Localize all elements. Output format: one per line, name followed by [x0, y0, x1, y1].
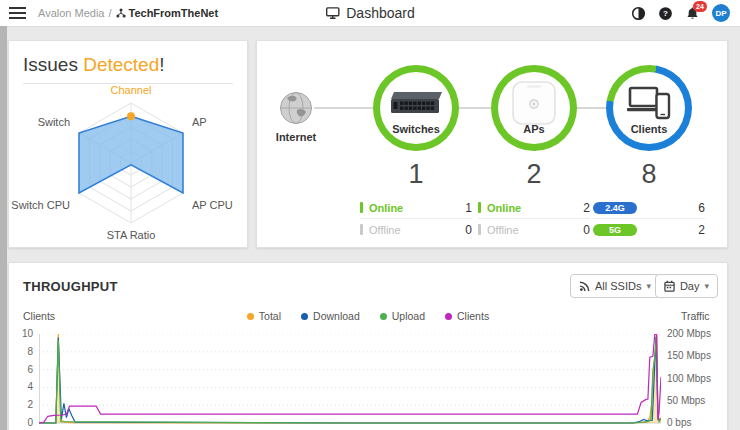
globe-icon: [278, 90, 314, 126]
legend-dot: [445, 313, 452, 320]
chevron-down-icon: ▾: [646, 281, 651, 291]
time-range-dropdown[interactable]: Day ▾: [655, 274, 718, 298]
legend-dot: [247, 313, 254, 320]
aps-ring[interactable]: APs: [491, 65, 577, 151]
left-axis-ticks: 0246810: [9, 334, 33, 426]
legend-item-upload[interactable]: Upload: [380, 310, 425, 322]
aps-stats: Online2 Offline0: [478, 197, 590, 240]
clients-ring-donut[interactable]: Clients: [606, 65, 692, 151]
clients-5g-value: 2: [698, 223, 705, 237]
notification-badge: 24: [693, 1, 707, 12]
breadcrumb-separator: /: [108, 7, 111, 19]
internet-label: Internet: [255, 131, 337, 143]
clients-label: Clients: [613, 123, 685, 135]
org-tree-icon: [116, 8, 126, 18]
help-icon[interactable]: ?: [658, 6, 673, 21]
svg-text:AP CPU: AP CPU: [192, 199, 233, 211]
svg-text:Channel: Channel: [111, 84, 152, 96]
clients-24g-row[interactable]: 2.4G6: [593, 197, 705, 219]
switches-online-value: 1: [465, 201, 472, 215]
page-title: Dashboard: [346, 5, 415, 21]
clients-count: 8: [589, 159, 709, 190]
issues-title-highlight: Detected: [83, 54, 159, 75]
svg-text:STA Ratio: STA Ratio: [107, 229, 156, 241]
right-tick-label: 0 bps: [667, 417, 727, 429]
switches-online-row[interactable]: Online1: [360, 197, 472, 219]
breadcrumb: Avalon Media / TechFromTheNet: [38, 7, 218, 19]
left-tick-label: 0: [9, 417, 33, 429]
svg-text:?: ?: [663, 9, 668, 18]
legend-label: Clients: [457, 310, 489, 322]
legend-item-total[interactable]: Total: [247, 310, 281, 322]
ssid-filter-dropdown[interactable]: All SSIDs ▾: [570, 274, 660, 298]
ssid-filter-label: All SSIDs: [595, 280, 641, 292]
switches-offline-row[interactable]: Offline0: [360, 219, 472, 240]
issues-card: Issues Detected! ChannelAPAP CPUSTA Rati…: [8, 40, 248, 248]
legend-dot: [301, 313, 308, 320]
network-status-card: Internet Switches 1 Online1 Offline0 APs: [256, 40, 728, 248]
clients-5g-row[interactable]: 5G2: [593, 219, 705, 240]
left-tick-label: 10: [9, 328, 33, 340]
svg-text:AP: AP: [192, 116, 207, 128]
switches-offline-value: 0: [465, 223, 472, 237]
right-tick-label: 150 Mbps: [667, 350, 727, 362]
switches-ring[interactable]: Switches: [373, 65, 459, 151]
laptop-phone-icon: [626, 85, 672, 121]
internet-node: [278, 90, 314, 126]
legend-dot: [380, 313, 387, 320]
badge-5g: 5G: [593, 224, 637, 236]
aps-label: APs: [498, 123, 570, 135]
breadcrumb-org[interactable]: Avalon Media: [38, 7, 104, 19]
chevron-down-icon: ▾: [704, 281, 709, 291]
switches-count: 1: [356, 159, 476, 190]
throughput-card: THROUGHPUT All SSIDs ▾ Day ▾ Clients Tot…: [8, 262, 728, 430]
right-tick-label: 100 Mbps: [667, 373, 727, 385]
rss-icon: [579, 281, 590, 292]
badge-2-4g: 2.4G: [593, 202, 637, 214]
chart-legend: TotalDownloadUploadClients: [9, 310, 727, 322]
aps-online-value: 2: [583, 201, 590, 215]
switches-label: Switches: [380, 123, 452, 135]
breadcrumb-site[interactable]: TechFromTheNet: [116, 7, 219, 19]
right-tick-label: 200 Mbps: [667, 328, 727, 340]
topology-connector-line: [296, 107, 649, 109]
legend-item-clients[interactable]: Clients: [445, 310, 489, 322]
throughput-title: THROUGHPUT: [23, 279, 118, 294]
left-tick-label: 6: [9, 364, 33, 376]
access-point-icon: [511, 80, 557, 126]
svg-text:Switch CPU: Switch CPU: [11, 199, 70, 211]
calendar-icon: [664, 280, 675, 292]
menu-icon[interactable]: [9, 7, 26, 19]
left-tick-label: 2: [9, 399, 33, 411]
page-title-group: Dashboard: [325, 5, 415, 21]
time-range-label: Day: [680, 280, 700, 292]
throughput-chart: [39, 334, 661, 426]
contrast-icon[interactable]: [631, 6, 646, 21]
aps-online-row[interactable]: Online2: [478, 197, 590, 219]
legend-label: Download: [313, 310, 360, 322]
svg-text:Switch: Switch: [38, 116, 70, 128]
left-tick-label: 4: [9, 381, 33, 393]
clients-stats: 2.4G6 5G2: [593, 197, 705, 240]
top-bar: Avalon Media / TechFromTheNet Dashboard …: [0, 0, 740, 27]
right-tick-label: 50 Mbps: [667, 395, 727, 407]
clients-24g-value: 6: [698, 201, 705, 215]
avatar[interactable]: DP: [712, 4, 730, 22]
issues-radar-chart: ChannelAPAP CPUSTA RatioSwitch CPUSwitch: [9, 75, 247, 247]
legend-label: Total: [259, 310, 281, 322]
dashboard-page: Avalon Media / TechFromTheNet Dashboard …: [0, 0, 740, 430]
aps-offline-value: 0: [583, 223, 590, 237]
left-tick-label: 8: [9, 346, 33, 358]
right-axis-ticks: 0 bps50 Mbps100 Mbps150 Mbps200 Mbps: [667, 334, 727, 426]
right-axis-title: Traffic: [681, 310, 710, 322]
notifications-button[interactable]: 24: [685, 6, 700, 21]
left-axis-title: Clients: [23, 310, 55, 322]
switch-device-icon: [388, 89, 444, 117]
aps-offline-row[interactable]: Offline0: [478, 219, 590, 240]
issues-title: Issues Detected!: [23, 54, 233, 76]
monitor-icon: [325, 6, 340, 20]
switches-stats: Online1 Offline0: [360, 197, 472, 240]
legend-item-download[interactable]: Download: [301, 310, 360, 322]
aps-count: 2: [474, 159, 594, 190]
left-rail: [0, 26, 7, 430]
